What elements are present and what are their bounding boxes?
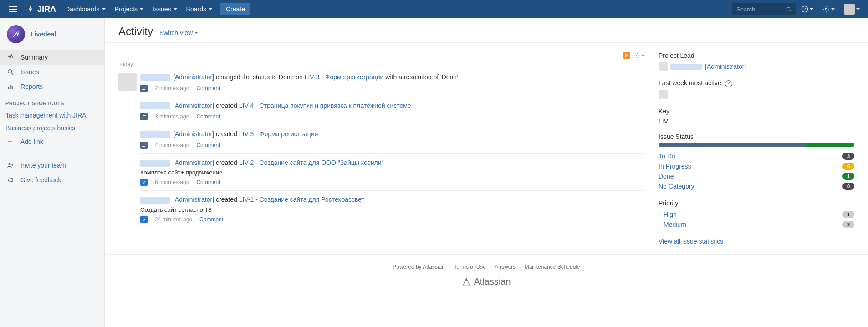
sidebar-item-issues[interactable]: Issues	[0, 65, 104, 79]
svg-rect-8	[8, 87, 9, 89]
comment-link[interactable]: Comment	[196, 85, 220, 92]
footer-answers-link[interactable]: Answers	[495, 264, 516, 270]
status-link[interactable]: To Do	[659, 153, 675, 160]
svg-rect-10	[12, 86, 13, 89]
status-count-badge: 0	[842, 183, 854, 190]
issue-link[interactable]: LIV-3 - Форма регистрации	[305, 73, 384, 81]
priority-count-badge: 3	[842, 221, 854, 228]
comment-link[interactable]: Comment	[196, 142, 220, 148]
settings-menu[interactable]	[819, 0, 838, 18]
shortcuts-heading: PROJECT SHORTCUTS	[0, 94, 104, 109]
sidebar-item-label: Reports	[20, 83, 43, 90]
activity-icon	[7, 54, 14, 61]
project-lead-label: Project Lead	[659, 52, 854, 59]
lead-name-link[interactable]: [Administrator]	[705, 63, 746, 70]
sidebar-item-label: Issues	[20, 68, 39, 76]
footer-terms-link[interactable]: Terms of Use	[454, 264, 486, 270]
nav-boards[interactable]: Boards	[182, 0, 217, 18]
help-menu[interactable]: ?	[797, 0, 817, 18]
actor-role-link[interactable]: [Administrator]	[171, 102, 214, 109]
actor-chip	[140, 74, 170, 81]
actor-role-link[interactable]: [Administrator]	[171, 130, 214, 138]
profile-menu[interactable]	[840, 0, 863, 18]
help-icon: ?	[801, 5, 808, 13]
status-row: No Category0	[659, 181, 854, 191]
sidebar-item-reports[interactable]: Reports	[0, 79, 104, 94]
page-header: Activity Switch view	[105, 18, 868, 43]
switch-view-link[interactable]: Switch view	[159, 29, 198, 36]
activity-settings[interactable]	[634, 52, 645, 59]
status-row: Done1	[659, 171, 854, 181]
invite-team-button[interactable]: Invite your team	[0, 158, 104, 173]
priority-row: ↑Medium3	[659, 220, 854, 230]
issue-link[interactable]: LIV-4 - Страница покупки и привязка к пл…	[239, 102, 411, 109]
actor-chip	[140, 102, 170, 109]
actor-role-link[interactable]: [Administrator]	[171, 159, 214, 166]
search-icon	[7, 68, 14, 76]
caret-down-icon	[140, 8, 143, 10]
jira-icon	[26, 5, 35, 13]
activity-time: 2 minutes ago	[155, 85, 189, 92]
jira-logo[interactable]: JIRA	[22, 0, 61, 18]
status-link[interactable]: In Progress	[659, 163, 691, 170]
sidebar-item-summary[interactable]: Summary	[0, 50, 104, 65]
svg-rect-9	[10, 85, 11, 89]
activity-group-today: Today	[118, 61, 645, 67]
atlassian-icon	[462, 277, 471, 286]
status-link[interactable]: Done	[659, 173, 674, 180]
sidebar: Livedeal Summary Issues Reports PROJECT …	[0, 18, 105, 327]
megaphone-icon	[7, 176, 14, 184]
activity-time: 4 minutes ago	[155, 142, 189, 148]
footer-atlassian-link[interactable]: Atlassian	[423, 264, 445, 270]
caret-down-icon	[102, 8, 106, 10]
shortcut-task-management[interactable]: Task management with JIRA	[0, 109, 104, 122]
svg-text:?: ?	[804, 7, 806, 11]
comment-link[interactable]: Comment	[196, 179, 220, 185]
caret-down-icon	[194, 32, 198, 34]
issue-link[interactable]: LIV-3 - Форма регистрации	[239, 130, 318, 138]
most-active-label: Last week most active ?	[659, 79, 854, 87]
create-button[interactable]: Create	[220, 3, 250, 15]
comment-link[interactable]: Comment	[196, 113, 220, 120]
status-count-badge: 1	[842, 173, 854, 180]
status-count-badge: 0	[842, 163, 854, 170]
task-change-icon	[140, 85, 148, 92]
project-name: Livedeal	[31, 31, 56, 38]
status-count-badge: 3	[842, 153, 854, 160]
footer-maintenance-link[interactable]: Maintenance Schedule	[525, 264, 580, 270]
actor-chip	[140, 131, 170, 138]
priority-row: ↑High1	[659, 209, 854, 220]
status-row: In Progress0	[659, 161, 854, 171]
task-change-icon	[140, 113, 148, 120]
priority-link[interactable]: High	[664, 211, 677, 218]
priority-link[interactable]: Medium	[664, 221, 686, 228]
priority-count-badge: 1	[842, 211, 854, 218]
task-check-icon	[140, 216, 148, 223]
add-link-button[interactable]: Add link	[0, 134, 104, 149]
activity-actor-avatar	[118, 73, 137, 91]
nav-issues[interactable]: Issues	[148, 0, 181, 18]
issue-link[interactable]: LIV-2 - Создание сайта для ООО "Зайцы ко…	[239, 159, 384, 166]
svg-point-6	[8, 70, 12, 73]
menu-toggle[interactable]	[5, 0, 22, 18]
view-all-stats-link[interactable]: View all issue statistics	[659, 238, 723, 245]
rss-icon[interactable]	[623, 52, 630, 59]
issue-link[interactable]: LIV-1 - Создание сайта для Ростехрассвет	[239, 196, 364, 203]
key-value: LIV	[659, 118, 854, 125]
svg-point-12	[625, 56, 626, 57]
activity-body: Комплекс сайт+ продвижение	[140, 169, 645, 176]
sidebar-item-label: Summary	[20, 54, 48, 61]
project-header[interactable]: Livedeal	[0, 18, 104, 50]
status-link[interactable]: No Category	[659, 183, 694, 190]
nav-dashboards[interactable]: Dashboards	[61, 0, 110, 18]
shortcut-business-basics[interactable]: Business projects basics	[0, 122, 104, 134]
search-input[interactable]	[732, 3, 796, 15]
give-feedback-button[interactable]: Give feedback	[0, 173, 104, 187]
actor-role-link[interactable]: [Administrator]	[171, 73, 214, 81]
comment-link[interactable]: Comment	[199, 216, 223, 223]
footer: Powered by Atlassian · Terms of Use · An…	[105, 254, 868, 301]
actor-role-link[interactable]: [Administrator]	[171, 196, 214, 203]
nav-projects[interactable]: Projects	[110, 0, 148, 18]
info-icon[interactable]: ?	[725, 80, 732, 87]
task-check-icon	[140, 179, 148, 186]
